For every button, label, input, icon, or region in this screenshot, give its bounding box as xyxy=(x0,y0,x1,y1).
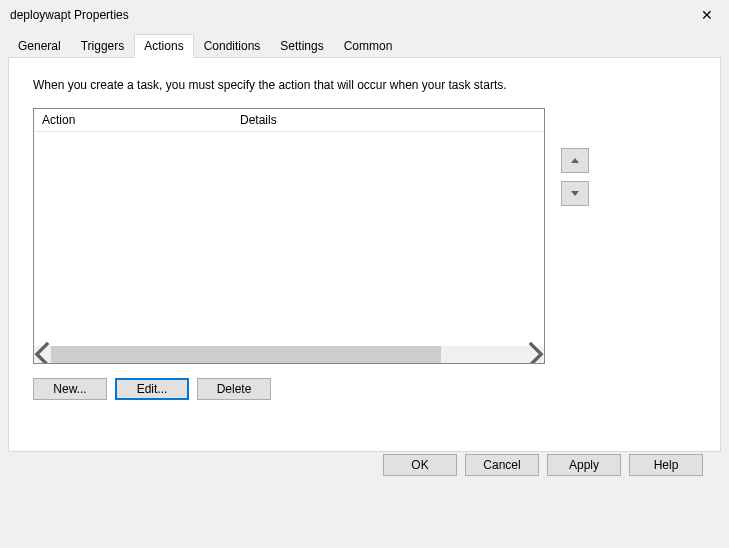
triangle-down-icon xyxy=(571,191,579,196)
content-row: Action Details xyxy=(33,108,696,364)
list-header: Action Details xyxy=(34,109,544,132)
close-icon[interactable]: ✕ xyxy=(695,8,719,22)
move-down-button[interactable] xyxy=(561,181,589,206)
horizontal-scrollbar[interactable] xyxy=(34,346,544,363)
tab-triggers[interactable]: Triggers xyxy=(71,34,135,58)
scroll-thumb[interactable] xyxy=(51,346,441,363)
triangle-up-icon xyxy=(571,158,579,163)
properties-dialog: deploywapt Properties ✕ General Triggers… xyxy=(0,0,729,548)
reorder-buttons xyxy=(561,148,589,206)
move-up-button[interactable] xyxy=(561,148,589,173)
new-button[interactable]: New... xyxy=(33,378,107,400)
tab-conditions[interactable]: Conditions xyxy=(194,34,271,58)
ok-button[interactable]: OK xyxy=(383,454,457,476)
apply-button[interactable]: Apply xyxy=(547,454,621,476)
action-buttons-row: New... Edit... Delete xyxy=(33,378,696,400)
help-button[interactable]: Help xyxy=(629,454,703,476)
tab-settings[interactable]: Settings xyxy=(270,34,333,58)
tab-general[interactable]: General xyxy=(8,34,71,58)
tab-actions[interactable]: Actions xyxy=(134,34,193,58)
cancel-button[interactable]: Cancel xyxy=(465,454,539,476)
dialog-buttons-row: OK Cancel Apply Help xyxy=(383,454,703,476)
tab-container: General Triggers Actions Conditions Sett… xyxy=(8,34,721,452)
column-header-action[interactable]: Action xyxy=(34,109,232,131)
scroll-left-icon[interactable] xyxy=(34,346,51,363)
edit-button[interactable]: Edit... xyxy=(115,378,189,400)
list-body[interactable] xyxy=(34,132,544,342)
actions-listview[interactable]: Action Details xyxy=(33,108,545,364)
scroll-track[interactable] xyxy=(51,346,527,363)
tab-strip: General Triggers Actions Conditions Sett… xyxy=(8,34,721,57)
tab-panel-actions: When you create a task, you must specify… xyxy=(8,57,721,452)
tab-common[interactable]: Common xyxy=(334,34,403,58)
instruction-text: When you create a task, you must specify… xyxy=(33,78,696,92)
column-header-details[interactable]: Details xyxy=(232,109,544,131)
titlebar: deploywapt Properties ✕ xyxy=(0,0,729,26)
scroll-right-icon[interactable] xyxy=(527,346,544,363)
delete-button[interactable]: Delete xyxy=(197,378,271,400)
window-title: deploywapt Properties xyxy=(10,8,129,22)
